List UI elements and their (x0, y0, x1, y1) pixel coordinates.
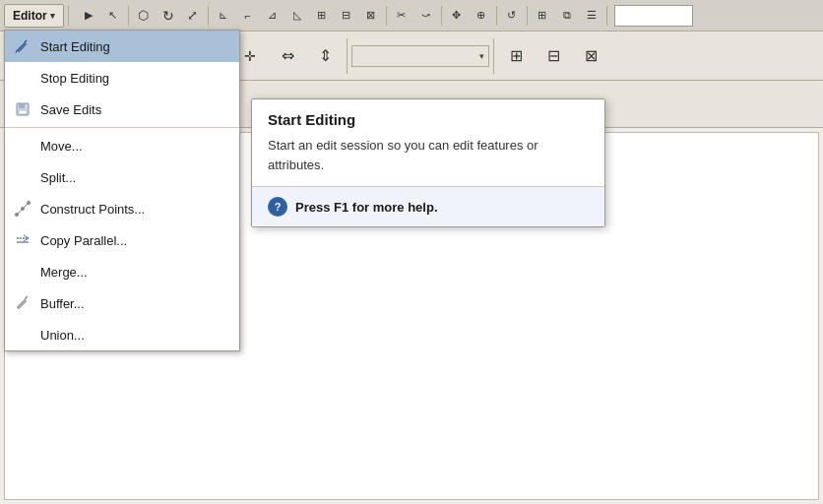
svg-rect-4 (19, 110, 27, 114)
tooltip-title: Start Editing (252, 99, 604, 136)
layer-dropdown-arrow: ▾ (479, 51, 484, 61)
start-editing-label: Start Editing (40, 39, 231, 54)
undo-icon[interactable]: ↺ (500, 4, 524, 28)
reshape-icon[interactable]: ⤻ (414, 4, 438, 28)
layer-select-label (356, 49, 479, 63)
save-edits-icon (13, 99, 32, 119)
properties-icon[interactable]: ☰ (580, 4, 603, 28)
scale-icon[interactable]: ⤢ (181, 4, 205, 28)
tooltip-footer: ? Press F1 for more help. (252, 186, 604, 226)
buffer-label: Buffer... (40, 296, 231, 311)
move-icon (13, 136, 32, 156)
rotate-icon[interactable]: ↻ (157, 4, 180, 28)
sep6 (496, 6, 497, 26)
construct-points-label: Construct Points... (40, 202, 231, 217)
cut-tool-icon[interactable]: ✂ (390, 4, 413, 28)
sketch-tool-6[interactable]: ⊟ (335, 4, 358, 28)
toolbar-icons-row1: ▶ ↖ ⬡ ↻ ⤢ ⊾ ⌐ ⊿ ◺ ⊞ ⊟ ⊠ ✂ ⤻ ✥ ⊕ ↺ ⊞ ⧉ ☰ (77, 4, 819, 28)
sketch-tool-7[interactable]: ⊠ (359, 4, 383, 28)
construct-points-icon (13, 199, 32, 219)
tooltip-help-text: Press F1 for more help. (295, 200, 438, 215)
union-icon (13, 325, 32, 345)
union-label: Union... (40, 328, 231, 343)
tooltip-popup: Start Editing Start an edit session so y… (251, 98, 605, 227)
split-icon (13, 167, 32, 187)
menu-item-start-editing[interactable]: Start Editing (5, 31, 239, 62)
sep8 (606, 6, 607, 26)
menu-item-split[interactable]: Split... (5, 161, 239, 193)
attribute-table-icon[interactable]: ⊞ (498, 38, 534, 74)
editor-button-label: Editor (13, 9, 47, 23)
pan-icon[interactable]: ✥ (445, 4, 469, 28)
sketch-tool-1[interactable]: ⊾ (212, 4, 235, 28)
save-edits-label: Save Edits (40, 102, 231, 117)
editor-dropdown-arrow: ▾ (50, 11, 55, 21)
split-label: Split... (40, 170, 231, 185)
menu-item-stop-editing[interactable]: Stop Editing (5, 62, 239, 94)
flip-h-icon[interactable]: ⇔ (270, 38, 305, 74)
field-calc-icon[interactable]: ⊟ (536, 38, 571, 74)
sep3 (208, 6, 209, 26)
tooltip-description: Start an edit session so you can edit fe… (252, 136, 604, 186)
zoom-in-icon[interactable]: ⊕ (470, 4, 493, 28)
layer-icon[interactable]: ⧉ (555, 4, 579, 28)
merge-label: Merge... (40, 265, 231, 280)
copy-parallel-label: Copy Parallel... (40, 233, 231, 248)
move-label: Move... (40, 139, 231, 154)
edit-vertices-icon[interactable]: ⬡ (132, 4, 156, 28)
svg-point-6 (15, 213, 19, 217)
sep4 (386, 6, 387, 26)
sketch-tool-3[interactable]: ⊿ (261, 4, 285, 28)
sep5 (441, 6, 442, 26)
menu-sep-1 (5, 127, 239, 128)
copy-parallel-icon (13, 230, 32, 250)
sep7 (527, 6, 528, 26)
buffer-icon (13, 293, 32, 313)
svg-line-0 (25, 40, 27, 42)
sep-row2 (347, 38, 348, 74)
sketch-tool-4[interactable]: ◺ (285, 4, 309, 28)
menu-item-save-edits[interactable]: Save Edits (5, 94, 239, 125)
sep-row2b (493, 38, 494, 74)
topology-icon[interactable]: ⊠ (573, 38, 608, 74)
svg-point-7 (27, 201, 31, 205)
menu-item-construct-points[interactable]: Construct Points... (5, 193, 239, 224)
toolbar-row-1: Editor ▾ ▶ ↖ ⬡ ↻ ⤢ ⊾ ⌐ ⊿ ◺ ⊞ ⊟ ⊠ ✂ ⤻ ✥ ⊕ (0, 0, 823, 32)
flip-v-icon[interactable]: ⇕ (307, 38, 343, 74)
dropdown-menu: Start Editing Stop Editing Save Edits Mo… (4, 30, 240, 351)
menu-item-union[interactable]: Union... (5, 319, 239, 350)
table-icon[interactable]: ⊞ (531, 4, 554, 28)
svg-line-11 (25, 296, 28, 299)
merge-icon (13, 262, 32, 282)
help-circle-icon: ? (268, 197, 287, 217)
search-input-toolbar[interactable] (614, 5, 693, 27)
sketch-tool-5[interactable]: ⊞ (310, 4, 334, 28)
svg-point-8 (21, 207, 25, 211)
menu-item-merge[interactable]: Merge... (5, 256, 239, 287)
cursor-tool-icon[interactable]: ↖ (101, 4, 125, 28)
layer-select-dropdown[interactable]: ▾ (351, 45, 489, 67)
menu-item-move[interactable]: Move... (5, 130, 239, 161)
stop-editing-icon (13, 68, 32, 88)
stop-editing-label: Stop Editing (40, 71, 231, 86)
svg-rect-3 (19, 103, 25, 108)
arrow-tool-icon[interactable]: ▶ (77, 4, 100, 28)
menu-item-buffer[interactable]: Buffer... (5, 287, 239, 319)
sketch-tool-2[interactable]: ⌐ (236, 4, 260, 28)
svg-line-1 (16, 50, 17, 53)
sep2 (128, 6, 129, 26)
menu-item-copy-parallel[interactable]: Copy Parallel... (5, 224, 239, 256)
editor-button[interactable]: Editor ▾ (4, 4, 64, 28)
start-editing-icon (13, 36, 32, 56)
separator-1 (68, 6, 69, 26)
